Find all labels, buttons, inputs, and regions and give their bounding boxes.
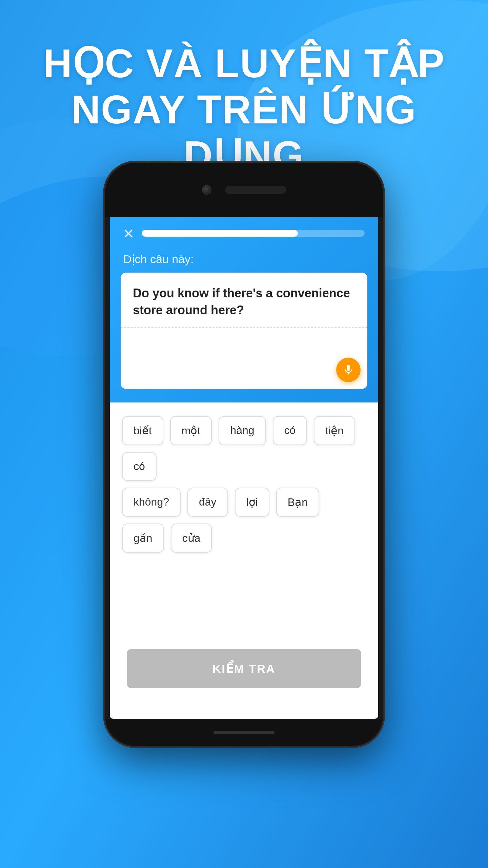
chip-ban[interactable]: Bạn: [276, 488, 319, 517]
home-bar: [214, 731, 274, 734]
chip-khong[interactable]: không?: [122, 488, 181, 517]
word-chips-row2: không? đây lợi Bạn gần cửa: [122, 488, 366, 553]
chip-co1[interactable]: có: [273, 416, 307, 445]
phone-frame: × Dịch câu này: Do you know if there's a…: [105, 163, 383, 746]
phone-container: × Dịch câu này: Do you know if there's a…: [105, 163, 383, 807]
chip-loi[interactable]: lợi: [235, 488, 269, 517]
check-button[interactable]: KIỂM TRA: [127, 649, 361, 688]
chip-hang[interactable]: hàng: [219, 416, 266, 445]
bottom-area: KIỂM TRA: [115, 649, 373, 688]
translate-label: Dịch câu này:: [123, 252, 365, 266]
phone-top-bar: [105, 163, 383, 217]
header-text: HỌC VÀ LUYỆN TẬP NGAY TRÊN ỨNG DỤNG: [0, 41, 488, 179]
chip-cua[interactable]: cửa: [171, 524, 212, 553]
mic-icon: [342, 364, 354, 376]
screen-content: biết một hàng có tiện có không? đây lợi …: [110, 402, 378, 570]
answer-area[interactable]: [133, 328, 355, 389]
chip-tien[interactable]: tiện: [314, 416, 355, 445]
progress-bar-track: [142, 230, 365, 237]
progress-area: ×: [123, 224, 365, 242]
close-button[interactable]: ×: [123, 224, 134, 242]
front-camera: [202, 185, 211, 195]
chip-biet[interactable]: biết: [122, 416, 163, 445]
question-text: Do you know if there's a convenience sto…: [133, 285, 355, 319]
chip-gan[interactable]: gần: [122, 524, 164, 553]
screen-header: × Dịch câu này: Do you know if there's a…: [110, 214, 378, 402]
word-chips-row1: biết một hàng có tiện có: [122, 416, 366, 481]
phone-speaker: [225, 186, 286, 194]
progress-bar-fill: [142, 230, 298, 237]
phone-bottom: [105, 719, 383, 746]
header-line1: HỌC VÀ LUYỆN TẬP: [27, 41, 461, 87]
question-card: Do you know if there's a convenience sto…: [121, 273, 367, 389]
chip-day[interactable]: đây: [187, 488, 228, 517]
chip-mot[interactable]: một: [170, 416, 212, 445]
mic-button[interactable]: [336, 358, 361, 382]
chip-co2[interactable]: có: [122, 452, 157, 481]
phone-screen: × Dịch câu này: Do you know if there's a…: [110, 214, 378, 719]
